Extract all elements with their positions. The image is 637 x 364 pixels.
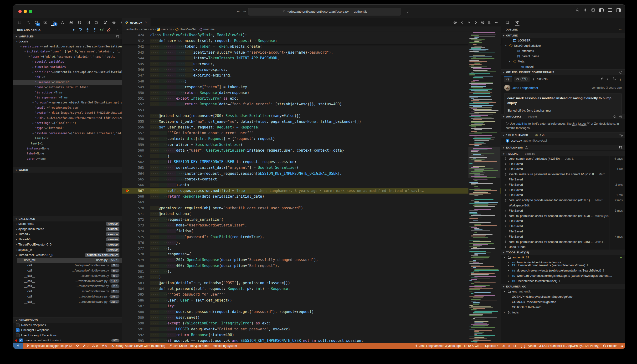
author-name[interactable]: Jens Langhammer (512, 86, 538, 90)
pull-request-icon[interactable] (94, 19, 100, 26)
live-share-icon[interactable] (102, 19, 108, 26)
call-stack-frame[interactable]: __call__.../core/middleware.py48:1 (17, 273, 122, 278)
watch-section-header[interactable]: ▾WATCH (13, 167, 122, 172)
view-mode-icon[interactable] (619, 133, 623, 137)
remote-indicator[interactable] (13, 343, 23, 349)
files-changed-pill[interactable]: 12± (514, 76, 530, 82)
breakpoint-checkbox[interactable]: ✓ (16, 328, 20, 332)
autolinks-link[interactable]: autolinks (516, 122, 527, 126)
status-item[interactable]: Spaces: 4 (484, 344, 500, 348)
timeline-item[interactable]: File Saved3 mos (501, 208, 625, 213)
history-back-button[interactable]: ← (236, 8, 240, 13)
tab-users-py[interactable]: users.py ✕ (122, 18, 150, 26)
remote-window-picker-icon[interactable] (406, 9, 409, 13)
step-back-icon[interactable] (460, 20, 464, 24)
variable-row[interactable]: ▸'groups' = <generator object UserSelfSe… (13, 100, 122, 105)
status-item[interactable]: monitoring-system (211, 344, 239, 348)
outline-item[interactable]: LOGGER (501, 38, 625, 43)
outline-item[interactable]: parent_name (501, 54, 625, 59)
outline-item[interactable]: ▾UserGroupSerializer (501, 43, 625, 48)
variable-row[interactable]: 'type' = 'internal' (13, 126, 122, 131)
variable-row[interactable]: ▾Locals (13, 39, 122, 44)
call-stack-frame[interactable]: __call__.../core/middleware.py71:1 (17, 289, 122, 294)
status-item[interactable]: { }Python (518, 344, 538, 348)
timeline-item[interactable]: File Saved4 mos (501, 234, 625, 239)
refresh-icon[interactable] (619, 70, 623, 74)
command-center-search[interactable]: ~/dev/authentik/authentik/core/api/users… (248, 8, 401, 16)
settings-gear-icon[interactable] (583, 8, 587, 12)
explorer-go-section-header[interactable]: ▾EXPLORER: GO (501, 284, 625, 289)
variable-row[interactable]: ▸'system_permissions' = ['access_admin_i… (13, 131, 122, 136)
timeline-item[interactable]: File Saved (501, 177, 625, 182)
status-item[interactable]: 0 (90, 344, 100, 348)
variable-row[interactable]: ▾'user' = {'pk': 6, 'username': 'akadmin… (13, 54, 122, 59)
remote-window-icon[interactable] (42, 19, 48, 26)
status-item[interactable]: Live Share (167, 344, 189, 348)
commit-sha[interactable]: f285096 (532, 77, 547, 81)
panel-right-icon[interactable] (616, 8, 621, 12)
compare-icon[interactable] (612, 77, 616, 81)
call-stack-thread[interactable]: ▸MainThreadPAUSED (13, 221, 122, 226)
code-area[interactable]: 542················token: Token = Token.… (122, 44, 501, 343)
minimap[interactable] (468, 32, 500, 343)
call-stack-thread[interactable]: ▸Thread-7PAUSED (13, 232, 122, 237)
testing-icon[interactable] (60, 19, 65, 26)
status-item[interactable]: UTF-8 (500, 344, 512, 348)
run-debug-icon[interactable]: 1 (51, 19, 56, 26)
call-stack-frame[interactable]: __call__.../root/middleware.py318:1 (17, 299, 122, 304)
copy-value-icon[interactable] (116, 34, 120, 38)
search-icon[interactable] (25, 19, 31, 26)
pin-icon[interactable] (600, 77, 604, 81)
commit-author-row[interactable]: JL Jens Langhammer committed 3 years ago (501, 83, 625, 92)
variable-row[interactable]: ▾initial_data = {'user': {'pk': 6, 'user… (13, 49, 122, 54)
autolink-settings-icon[interactable] (619, 115, 623, 118)
todos-repo-row[interactable]: ▾authentik39 (501, 255, 625, 260)
variable-row[interactable]: 'avatar' = 'data:image/svg+xml;base64,PH… (13, 110, 122, 115)
breadcrumb[interactable]: authentik›core›api›users.py›UserViewSet›… (122, 26, 501, 32)
timeline-item[interactable]: File Saved1 wk (501, 166, 625, 172)
timeline-item[interactable]: File Saved (501, 162, 625, 166)
call-stack-thread[interactable]: ▸asyncio_0PAUSED (13, 247, 122, 252)
timeline-item[interactable]: events: make sure password set event has… (501, 172, 625, 177)
breakpoint-row[interactable]: ✓Uncaught Exceptions (13, 328, 122, 333)
variable-row[interactable]: 'pk' = 6 (13, 74, 122, 80)
variable-row[interactable]: len() = 1 (13, 141, 122, 146)
timeline-item[interactable]: File Saved (501, 218, 625, 224)
status-item[interactable]: 3.12.8 ('authentik-xEAhpGPh-py3.12': Poe… (538, 344, 601, 348)
status-item[interactable]: Prettier (601, 344, 618, 348)
variable-row[interactable]: ▸serializer = <authentik.core.api.users.… (13, 69, 122, 74)
close-tab-icon[interactable]: ✕ (145, 21, 147, 24)
explain-ai-section-header[interactable]: ▸EXPLAIN (AI) (501, 145, 625, 150)
changed-file-row[interactable]: ± users.py authentik/core/api (501, 138, 625, 143)
variable-row[interactable]: 'email' = 'root@example.com' (13, 105, 122, 110)
more-actions-icon[interactable]: ⋯ (619, 28, 622, 31)
autolinks-section-header[interactable]: ▾AUTOLINKS 0 found (501, 114, 625, 119)
run-circle-icon[interactable] (111, 19, 116, 26)
commit-search-tab-icon[interactable] (504, 76, 512, 82)
variable-row[interactable]: ▸special variables (13, 59, 122, 64)
breakpoint-checkbox[interactable]: ✓ (19, 338, 23, 342)
status-item[interactable]: beryjuio-home (189, 344, 211, 348)
todo-file-row[interactable]: ▸TSWebAuthnAuthenticatorRegisterStage.ts… (501, 273, 625, 278)
ai-sparkle-icon[interactable] (619, 146, 623, 150)
files-icon[interactable] (17, 19, 22, 26)
timeline-item[interactable]: Workspace Edit (501, 203, 625, 208)
variable-row[interactable]: ▸'settings' = {'locale': ''} (13, 120, 122, 126)
todo-file-row[interactable]: ▸TSak-search-select-view.ts (web/src/ele… (501, 268, 625, 273)
continue-icon[interactable] (71, 28, 76, 32)
call-stack-frame[interactable]: user_meusers.py567:1 (17, 258, 122, 263)
outline-tab-icon[interactable] (515, 19, 520, 26)
github-icon[interactable] (77, 19, 82, 26)
timeline-item[interactable]: Undo / Redo (501, 244, 625, 250)
autolink-add-icon[interactable] (613, 115, 617, 118)
close-window-button[interactable] (18, 10, 22, 13)
breakpoint-checkbox[interactable] (16, 323, 20, 327)
files-changed-section-header[interactable]: ▾1 FILE CHANGED +0 ~1 -0 (501, 132, 625, 138)
breakpoint-row[interactable]: User Uncaught Exceptions (13, 333, 122, 338)
call-stack-frame[interactable]: __call__.../root/middleware.py275:1 (17, 294, 122, 299)
variable-row[interactable]: parent = None (13, 156, 122, 161)
call-stack-section-header[interactable]: ▾CALL STACK (13, 216, 122, 222)
variable-row[interactable]: ▾serializer = <authentik.core.api.users.… (13, 44, 122, 49)
gitlens-section-header[interactable]: ▾GITLENS: INSPECT: COMMIT DETAILS (501, 69, 625, 75)
call-stack-frame[interactable]: __call__.../enterprise/middleware.py39:1 (17, 263, 122, 268)
